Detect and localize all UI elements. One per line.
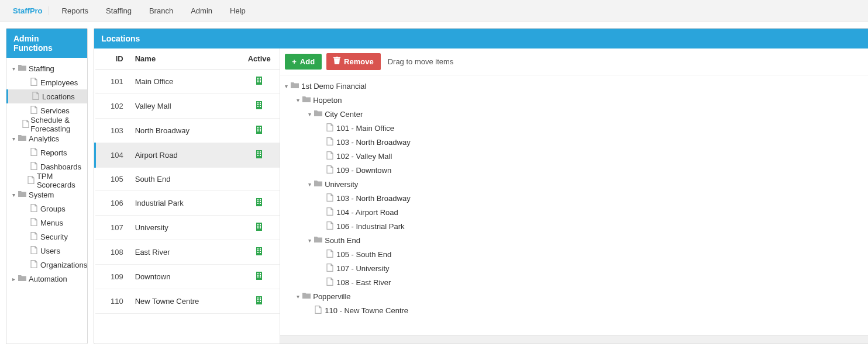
tree-item[interactable]: 103 - North Broadway	[280, 135, 868, 149]
svg-rect-25	[260, 153, 261, 154]
svg-rect-28	[256, 198, 262, 206]
tree-item[interactable]: 110 - New Towne Centre	[280, 303, 868, 317]
tree-item[interactable]: Organizations	[6, 258, 87, 272]
file-icon	[325, 123, 335, 133]
folder-icon	[301, 292, 312, 301]
building-icon	[256, 151, 263, 160]
tree-item[interactable]: Schedule & Forecasting	[6, 117, 87, 131]
tree-item[interactable]: 104 - Airport Road	[280, 205, 868, 219]
svg-rect-27	[260, 155, 261, 156]
tree-folder[interactable]: ▾Hopeton	[280, 93, 868, 107]
building-icon	[256, 127, 263, 136]
building-icon	[256, 224, 263, 233]
active-cell	[239, 168, 280, 191]
add-button[interactable]: + Add	[285, 54, 322, 70]
add-label: Add	[300, 57, 315, 66]
table-row[interactable]: 102Valley Mall	[95, 94, 280, 119]
col-name[interactable]: Name	[129, 48, 239, 70]
file-icon	[29, 148, 39, 158]
plus-icon: +	[292, 57, 297, 66]
table-row[interactable]: 108East River	[95, 240, 280, 265]
table-row[interactable]: 107University	[95, 216, 280, 240]
tree-folder[interactable]: ▾1st Demo Financial	[280, 79, 868, 93]
svg-rect-9	[260, 102, 261, 103]
svg-rect-37	[260, 224, 261, 225]
remove-button[interactable]: Remove	[326, 53, 381, 70]
tree-item[interactable]: 106 - Industrial Park	[280, 219, 868, 233]
table-row[interactable]: 103North Broadway	[95, 119, 280, 143]
locations-table: ID Name Active 101Main Office102Valley M…	[94, 48, 280, 314]
building-icon	[256, 199, 263, 208]
tree-item[interactable]: 101 - Main Office	[280, 121, 868, 135]
brand[interactable]: StaffPro	[7, 6, 49, 15]
tree-folder[interactable]: ▾City Center	[280, 107, 868, 121]
file-icon	[29, 162, 39, 172]
tree-item[interactable]: 102 - Valley Mall	[280, 149, 868, 163]
table-row[interactable]: 110New Towne Centre	[95, 289, 280, 314]
tree-folder[interactable]: ▾Popperville	[280, 289, 868, 303]
tree-folder[interactable]: ▾South End	[280, 233, 868, 247]
svg-rect-22	[257, 151, 259, 153]
tree-item[interactable]: Groups	[6, 202, 87, 216]
svg-rect-3	[257, 79, 259, 81]
svg-rect-10	[257, 104, 259, 105]
svg-rect-55	[260, 276, 261, 278]
svg-rect-15	[257, 127, 259, 128]
table-row[interactable]: 106Industrial Park	[95, 191, 280, 216]
file-icon	[325, 137, 335, 147]
tree-item[interactable]: 105 - South End	[280, 247, 868, 261]
tree-folder[interactable]: ▾System	[6, 188, 87, 202]
menu-admin[interactable]: Admin	[182, 3, 221, 19]
col-active[interactable]: Active	[239, 48, 280, 70]
file-icon	[325, 221, 335, 231]
file-icon	[29, 78, 39, 88]
tree-hscroll[interactable]	[280, 335, 868, 344]
menu-help[interactable]: Help	[222, 3, 254, 19]
tree-item[interactable]: Users	[6, 244, 87, 258]
menu-branch[interactable]: Branch	[141, 3, 181, 19]
tree-item[interactable]: Security	[6, 230, 87, 244]
tree-item[interactable]: TPM Scorecards	[6, 174, 87, 188]
file-icon	[325, 278, 335, 287]
tree-item[interactable]: 107 - University	[280, 261, 868, 275]
tree-folder[interactable]: ▾Analytics	[6, 131, 87, 145]
table-row[interactable]: 105South End	[95, 168, 280, 191]
svg-rect-41	[260, 227, 261, 228]
file-icon	[30, 92, 41, 102]
table-row[interactable]: 101Main Office	[95, 70, 280, 94]
drag-hint: Drag to move items	[388, 57, 454, 66]
tree-item[interactable]: 109 - Downtown	[280, 163, 868, 177]
tree-item[interactable]: Locations	[6, 89, 87, 103]
menubar: StaffPro ReportsStaffingBranchAdminHelp	[0, 0, 868, 22]
svg-rect-31	[257, 201, 259, 202]
svg-rect-23	[260, 151, 261, 153]
svg-rect-59	[257, 299, 259, 300]
tree-folder[interactable]: ▾Staffing	[6, 61, 87, 75]
svg-rect-33	[257, 203, 259, 204]
folder-icon	[313, 180, 323, 189]
file-icon	[325, 264, 335, 273]
menu-staffing[interactable]: Staffing	[98, 3, 140, 19]
table-row[interactable]: 104Airport Road	[95, 143, 280, 168]
tree-item[interactable]: Menus	[6, 216, 87, 230]
tree-item[interactable]: 108 - East River	[280, 275, 868, 289]
tree-folder[interactable]: ▸Automation	[6, 272, 87, 286]
active-cell	[239, 289, 280, 314]
tree-item[interactable]: Employees	[6, 75, 87, 89]
table-row[interactable]: 109Downtown	[95, 265, 280, 289]
svg-rect-14	[256, 126, 262, 134]
folder-icon	[17, 134, 27, 143]
svg-rect-53	[260, 275, 261, 276]
svg-rect-60	[260, 299, 261, 300]
svg-rect-24	[257, 153, 259, 154]
tree-toolbar: + Add Remove Drag to move items	[280, 48, 868, 75]
svg-rect-8	[257, 102, 259, 103]
menu-reports[interactable]: Reports	[54, 3, 97, 19]
tree-item[interactable]: 103 - North Broadway	[280, 191, 868, 205]
svg-rect-35	[256, 223, 262, 231]
col-id[interactable]: ID	[95, 48, 129, 70]
tree-item[interactable]: Reports	[6, 145, 87, 160]
locations-table-wrap: ID Name Active 101Main Office102Valley M…	[94, 48, 280, 344]
tree-folder[interactable]: ▾University	[280, 177, 868, 191]
svg-rect-17	[257, 129, 259, 130]
